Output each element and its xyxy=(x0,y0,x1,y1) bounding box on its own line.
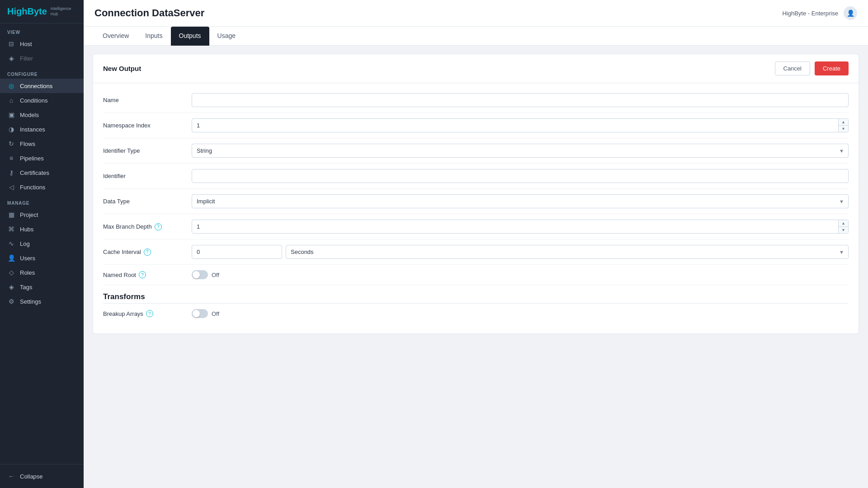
roles-icon: ◇ xyxy=(7,269,15,276)
tab-usage[interactable]: Usage xyxy=(209,27,244,46)
sidebar-item-label: Hubs xyxy=(20,226,33,233)
namespace-index-down[interactable]: ▼ xyxy=(839,126,848,132)
sidebar-item-settings[interactable]: ⚙ Settings xyxy=(0,294,84,309)
cache-interval-control: Seconds Minutes Hours ▼ xyxy=(192,245,849,259)
sidebar-item-project[interactable]: ▦ Project xyxy=(0,207,84,222)
tags-icon: ◈ xyxy=(7,283,15,291)
named-root-label: Named Root ? xyxy=(103,271,184,278)
sidebar-item-connections[interactable]: ◎ Connections xyxy=(0,79,84,93)
main-content: Connection DataServer HighByte - Enterpr… xyxy=(84,0,868,488)
form-row-named-root: Named Root ? Off xyxy=(103,265,849,285)
content-area: New Output Cancel Create Name Namespace … xyxy=(84,46,868,488)
sidebar-item-log[interactable]: ∿ Log xyxy=(0,236,84,251)
data-type-label: Data Type xyxy=(103,198,184,205)
sidebar-item-label: Models xyxy=(20,112,39,118)
sidebar-item-certificates[interactable]: ⚷ Certificates xyxy=(0,165,84,180)
sidebar-item-functions[interactable]: ◁ Functions xyxy=(0,180,84,194)
sidebar-item-roles[interactable]: ◇ Roles xyxy=(0,265,84,280)
sidebar-item-pipelines[interactable]: ≡ Pipelines xyxy=(0,151,84,165)
max-branch-depth-help-icon[interactable]: ? xyxy=(155,223,162,230)
tab-inputs[interactable]: Inputs xyxy=(137,27,170,46)
flows-icon: ↻ xyxy=(7,140,15,147)
namespace-index-control: ▲ ▼ xyxy=(192,118,849,132)
form-row-data-type: Data Type Implicit Boolean Byte String ▼ xyxy=(103,189,849,214)
sidebar-item-label: Roles xyxy=(20,269,35,276)
namespace-index-label: Namespace Index xyxy=(103,122,184,129)
max-branch-depth-spinners: ▲ ▼ xyxy=(838,220,848,233)
models-icon: ▣ xyxy=(7,111,15,118)
sidebar-item-label: Functions xyxy=(20,184,45,191)
form-row-breakup-arrays: Breakup Arrays ? Off xyxy=(103,304,849,324)
namespace-index-input[interactable] xyxy=(192,118,849,132)
identifier-type-control: String Numeric Guid Opaque ▼ xyxy=(192,144,849,158)
panel-actions: Cancel Create xyxy=(775,61,849,75)
sidebar-item-label: Log xyxy=(20,240,30,247)
settings-icon: ⚙ xyxy=(7,298,15,305)
namespace-index-up[interactable]: ▲ xyxy=(839,119,848,126)
user-avatar[interactable]: 👤 xyxy=(844,6,857,20)
sidebar-item-instances[interactable]: ◑ Instances xyxy=(0,122,84,136)
tab-outputs[interactable]: Outputs xyxy=(171,27,209,46)
host-icon: ⊟ xyxy=(7,40,15,47)
identifier-label: Identifier xyxy=(103,173,184,179)
sidebar-item-conditions[interactable]: ⌂ Conditions xyxy=(0,93,84,108)
data-type-control: Implicit Boolean Byte String ▼ xyxy=(192,194,849,208)
breakup-arrays-help-icon[interactable]: ? xyxy=(146,310,153,317)
page-title: Connection DataServer xyxy=(94,7,204,19)
cache-interval-help-icon[interactable]: ? xyxy=(144,249,151,256)
identifier-type-select-wrap: String Numeric Guid Opaque ▼ xyxy=(192,144,849,158)
sidebar-item-host[interactable]: ⊟ Host xyxy=(0,37,84,51)
connections-icon: ◎ xyxy=(7,82,15,89)
sidebar-item-label: Pipelines xyxy=(20,155,44,162)
sidebar-item-models[interactable]: ▣ Models xyxy=(0,108,84,122)
sidebar-item-users[interactable]: 👤 Users xyxy=(0,251,84,265)
name-label: Name xyxy=(103,97,184,103)
enterprise-label: HighByte - Enterprise xyxy=(782,10,838,17)
data-type-select-wrap: Implicit Boolean Byte String ▼ xyxy=(192,194,849,208)
identifier-control xyxy=(192,169,849,183)
sidebar-item-hubs[interactable]: ⌘ Hubs xyxy=(0,222,84,236)
max-branch-depth-down[interactable]: ▼ xyxy=(839,227,848,233)
sidebar-item-filter[interactable]: ◈ Filter xyxy=(0,51,84,66)
name-input[interactable] xyxy=(192,93,849,107)
sidebar-item-label: Certificates xyxy=(20,169,49,176)
named-root-help-icon[interactable]: ? xyxy=(139,271,146,278)
sidebar-item-label: Conditions xyxy=(20,97,47,104)
tab-overview[interactable]: Overview xyxy=(94,27,137,46)
named-root-toggle-knob xyxy=(193,271,200,278)
manage-section-label: MANAGE xyxy=(0,194,84,207)
breakup-arrays-control: Off xyxy=(192,309,849,318)
namespace-index-spinner: ▲ ▼ xyxy=(192,118,849,132)
breakup-arrays-toggle[interactable] xyxy=(192,309,208,318)
collapse-label: Collapse xyxy=(20,473,43,480)
breakup-arrays-label: Breakup Arrays ? xyxy=(103,310,184,317)
sidebar-item-label: Filter xyxy=(20,55,33,62)
form-row-identifier-type: Identifier Type String Numeric Guid Opaq… xyxy=(103,138,849,164)
named-root-control: Off xyxy=(192,270,849,279)
configure-section-label: CONFIGURE xyxy=(0,66,84,79)
identifier-type-select[interactable]: String Numeric Guid Opaque xyxy=(192,144,849,158)
cache-interval-input[interactable] xyxy=(192,245,282,259)
cache-unit-select[interactable]: Seconds Minutes Hours xyxy=(286,245,849,259)
identifier-input[interactable] xyxy=(192,169,849,183)
logo-text: HighByte xyxy=(7,6,47,17)
pipelines-icon: ≡ xyxy=(7,155,15,162)
collapse-button[interactable]: ← Collapse xyxy=(0,469,84,483)
namespace-index-spinners: ▲ ▼ xyxy=(838,119,848,132)
sidebar-item-label: Host xyxy=(20,41,32,47)
project-icon: ▦ xyxy=(7,211,15,218)
users-icon: 👤 xyxy=(7,254,15,262)
max-branch-depth-input[interactable] xyxy=(192,220,849,234)
create-button[interactable]: Create xyxy=(815,61,849,75)
sidebar-item-tags[interactable]: ◈ Tags xyxy=(0,280,84,294)
max-branch-depth-up[interactable]: ▲ xyxy=(839,220,848,227)
certificates-icon: ⚷ xyxy=(7,169,15,176)
data-type-select[interactable]: Implicit Boolean Byte String xyxy=(192,194,849,208)
collapse-icon: ← xyxy=(7,473,15,480)
sidebar-item-label: Tags xyxy=(20,284,32,291)
sidebar-item-flows[interactable]: ↻ Flows xyxy=(0,136,84,151)
cancel-button[interactable]: Cancel xyxy=(775,61,810,75)
breakup-arrays-toggle-knob xyxy=(193,310,200,317)
max-branch-depth-spinner: ▲ ▼ xyxy=(192,220,849,234)
named-root-toggle[interactable] xyxy=(192,270,208,279)
